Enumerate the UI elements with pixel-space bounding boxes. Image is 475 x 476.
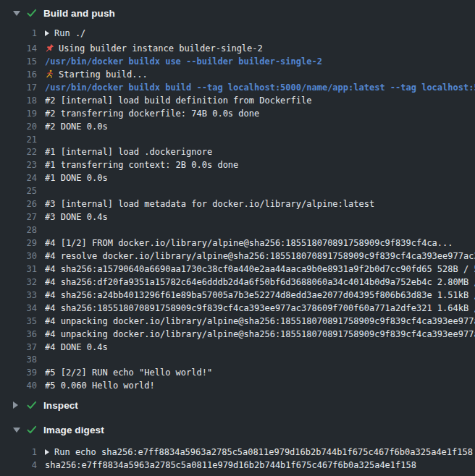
- log-text: #4 sha256:df20fa9351a15782c64e6dddb2d4a6…: [45, 276, 475, 289]
- log-line: 34#4 sha256:185518070891758909c9f839cf4c…: [0, 302, 475, 315]
- log-text: [45, 185, 475, 198]
- log-line: 15/usr/bin/docker buildx use --builder b…: [0, 56, 475, 69]
- log-text: #1 DONE 0.0s: [45, 172, 475, 185]
- log-text: #4 DONE 0.4s: [45, 341, 475, 354]
- section-header-build-and-push[interactable]: Build and push: [0, 0, 475, 26]
- line-number[interactable]: 16: [0, 69, 37, 82]
- log-text: #2 [internal] load build definition from…: [45, 95, 475, 108]
- log-line: 24#1 DONE 0.0s: [0, 172, 475, 185]
- line-number[interactable]: 37: [0, 341, 37, 354]
- section-title: Inspect: [43, 400, 78, 411]
- log-text: #5 0.060 Hello world!: [45, 380, 475, 393]
- log-line: 17/usr/bin/docker buildx build --tag loc…: [0, 82, 475, 95]
- section-title: Image digest: [43, 425, 104, 435]
- section-build-and-push: Build and push 1Run ./14Using builder in…: [0, 0, 475, 393]
- line-number[interactable]: 36: [0, 328, 37, 341]
- log-text: #4 unpacking docker.io/library/alpine@sh…: [45, 328, 475, 341]
- line-number[interactable]: 35: [0, 315, 37, 328]
- check-success-icon: [26, 7, 38, 19]
- log-line: 14Using builder instance builder-single-…: [0, 43, 475, 56]
- runner-icon: [45, 69, 54, 79]
- workflow-log-viewer: Build and push 1Run ./14Using builder in…: [0, 0, 475, 476]
- log-line: 1Run ./: [0, 27, 475, 41]
- line-number[interactable]: 34: [0, 302, 37, 315]
- line-number[interactable]: 31: [0, 263, 37, 276]
- log-text: #5 [2/2] RUN echo "Hello world!": [45, 367, 475, 380]
- log-text: Starting build...: [45, 69, 475, 82]
- log-text: Using builder instance builder-single-2: [45, 43, 475, 56]
- log-text: #2 transferring dockerfile: 74B 0.0s don…: [45, 108, 475, 121]
- log-line: 20#2 DONE 0.0s: [0, 121, 475, 134]
- log-text: #4 unpacking docker.io/library/alpine@sh…: [45, 315, 475, 328]
- log-line: 22#1 [internal] load .dockerignore: [0, 146, 475, 159]
- log-line: 38: [0, 354, 475, 367]
- line-number[interactable]: 22: [0, 146, 37, 159]
- chevron-down-icon[interactable]: [13, 11, 20, 16]
- log-line: 35#4 unpacking docker.io/library/alpine@…: [0, 315, 475, 328]
- log-line: 40#5 0.060 Hello world!: [0, 380, 475, 393]
- line-number[interactable]: 29: [0, 237, 37, 250]
- line-number[interactable]: 25: [0, 185, 37, 198]
- log-line: 28: [0, 224, 475, 237]
- check-success-icon: [26, 424, 38, 435]
- line-number[interactable]: 17: [0, 82, 37, 95]
- log-line: 23#1 transferring context: 2B 0.0s done: [0, 159, 475, 172]
- line-number[interactable]: 40: [0, 380, 37, 393]
- section-title: Build and push: [43, 8, 115, 19]
- line-number[interactable]: 20: [0, 121, 37, 134]
- line-number[interactable]: 33: [0, 289, 37, 302]
- section-header-image-digest[interactable]: Image digest: [0, 419, 475, 441]
- log-text: [45, 354, 475, 367]
- log-line: 25: [0, 185, 475, 198]
- section-header-inspect[interactable]: Inspect: [0, 394, 475, 416]
- log-line: 16Starting build...: [0, 69, 475, 82]
- line-number[interactable]: 39: [0, 367, 37, 380]
- log-text: #1 [internal] load .dockerignore: [45, 146, 475, 159]
- line-number[interactable]: 14: [0, 43, 37, 56]
- log-line: 18#2 [internal] load build definition fr…: [0, 95, 475, 108]
- section-image-digest: Image digest 1Run echo sha256:e7ff8834a5…: [0, 419, 475, 472]
- line-number[interactable]: 26: [0, 198, 37, 211]
- line-number[interactable]: 38: [0, 354, 37, 367]
- log-line: 39#5 [2/2] RUN echo "Hello world!": [0, 367, 475, 380]
- log-text: #2 DONE 0.0s: [45, 121, 475, 134]
- line-number[interactable]: 28: [0, 224, 37, 237]
- log-line: 31#4 sha256:a15790640a6690aa1730c38cf0a4…: [0, 263, 475, 276]
- log-line: 30#4 resolve docker.io/library/alpine@sh…: [0, 250, 475, 263]
- line-number[interactable]: 32: [0, 276, 37, 289]
- expand-toggle-icon[interactable]: [45, 30, 49, 36]
- line-number[interactable]: 1: [0, 446, 37, 459]
- line-number[interactable]: 24: [0, 172, 37, 185]
- line-number[interactable]: 1: [0, 27, 37, 41]
- log-text: #4 sha256:a15790640a6690aa1730c38cf0a440…: [45, 263, 475, 276]
- line-number[interactable]: 19: [0, 108, 37, 121]
- pushpin-icon: [45, 43, 54, 53]
- expand-toggle-icon[interactable]: [45, 449, 49, 455]
- log-line: 21: [0, 134, 475, 147]
- log-text: #1 transferring context: 2B 0.0s done: [45, 159, 475, 172]
- log-line: 1Run echo sha256:e7ff8834a5963a2785c5a08…: [0, 446, 475, 459]
- log-lines-build-and-push: 1Run ./14Using builder instance builder-…: [0, 27, 475, 393]
- log-line: 29#4 [1/2] FROM docker.io/library/alpine…: [0, 237, 475, 250]
- log-lines-image-digest: 1Run echo sha256:e7ff8834a5963a2785c5a08…: [0, 446, 475, 472]
- log-text: #4 sha256:185518070891758909c9f839cf4ca3…: [45, 302, 475, 315]
- log-text: #3 [internal] load metadata for docker.i…: [45, 198, 475, 211]
- log-text: sha256:e7ff8834a5963a2785c5a0811e979d16b…: [45, 459, 475, 472]
- line-number[interactable]: 18: [0, 95, 37, 108]
- chevron-down-icon[interactable]: [13, 428, 20, 433]
- log-command-text: /usr/bin/docker buildx build --tag local…: [45, 82, 475, 95]
- log-text: #4 [1/2] FROM docker.io/library/alpine@s…: [45, 237, 475, 250]
- line-number[interactable]: 27: [0, 211, 37, 224]
- log-line: 4sha256:e7ff8834a5963a2785c5a0811e979d16…: [0, 459, 475, 472]
- log-line: 33#4 sha256:a24bb4013296f61e89ba57005a7b…: [0, 289, 475, 302]
- log-text: #3 DONE 0.4s: [45, 211, 475, 224]
- line-number[interactable]: 4: [0, 459, 37, 472]
- section-inspect: Inspect: [0, 394, 475, 416]
- line-number[interactable]: 15: [0, 56, 37, 69]
- log-text: Run ./: [45, 27, 475, 41]
- log-text: #4 sha256:a24bb4013296f61e89ba57005a7b3e…: [45, 289, 475, 302]
- line-number[interactable]: 21: [0, 134, 37, 147]
- line-number[interactable]: 23: [0, 159, 37, 172]
- chevron-right-icon[interactable]: [13, 401, 18, 409]
- line-number[interactable]: 30: [0, 250, 37, 263]
